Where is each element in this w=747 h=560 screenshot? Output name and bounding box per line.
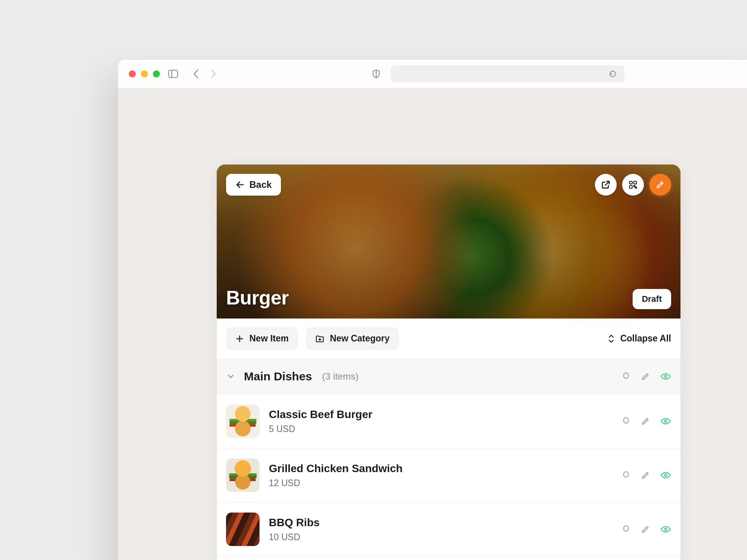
item-thumbnail: [226, 404, 260, 438]
chevrons-vertical-icon: [608, 334, 615, 343]
svg-rect-4: [630, 181, 632, 184]
back-button[interactable]: Back: [226, 174, 281, 196]
address-bar-area: [227, 65, 747, 82]
drag-handle-icon[interactable]: [621, 525, 631, 534]
browser-viewport: Back: [118, 88, 747, 560]
category-name: Main Dishes: [244, 370, 312, 383]
navigation-arrows: [190, 68, 219, 79]
new-category-label: New Category: [330, 333, 389, 344]
edit-item-icon[interactable]: [641, 471, 650, 480]
item-name: Grilled Chicken Sandwich: [269, 462, 403, 475]
item-thumbnail: [226, 458, 260, 492]
menu-item-row[interactable]: Classic Beef Burger 5 USD: [217, 394, 680, 448]
item-price: 12 USD: [269, 478, 403, 488]
svg-rect-7: [634, 186, 635, 187]
arrow-left-icon: [235, 180, 245, 189]
category-header: Main Dishes (3 items): [217, 359, 680, 394]
nav-forward-icon[interactable]: [208, 68, 219, 79]
menu-editor-card: Back: [217, 164, 680, 560]
category-actions: [621, 372, 671, 381]
menu-hero: Back: [217, 164, 680, 318]
item-actions: [621, 416, 671, 426]
hero-actions: [595, 174, 671, 196]
svg-rect-6: [630, 186, 632, 188]
window-zoom-button[interactable]: [153, 70, 160, 77]
reload-icon[interactable]: [607, 68, 618, 79]
item-thumbnail: [226, 513, 260, 546]
address-bar[interactable]: [391, 65, 624, 82]
drag-handle-icon[interactable]: [621, 416, 631, 426]
svg-rect-8: [635, 187, 637, 188]
item-name: Classic Beef Burger: [269, 408, 372, 421]
category-item-count: (3 items): [322, 371, 358, 382]
svg-point-13: [665, 375, 667, 378]
chevron-down-icon[interactable]: [226, 372, 235, 381]
menu-toolbar: New Item New Category Collapse All: [217, 318, 680, 359]
drag-handle-icon[interactable]: [621, 372, 631, 381]
edit-category-icon[interactable]: [641, 372, 650, 381]
window-controls: [129, 70, 160, 77]
external-link-icon: [601, 180, 611, 190]
menu-item-row[interactable]: BBQ Ribs 10 USD: [217, 502, 680, 556]
open-external-button[interactable]: [595, 174, 617, 196]
sidebar-toggle-icon[interactable]: [168, 68, 179, 79]
folder-plus-icon: [315, 334, 324, 343]
item-actions: [621, 471, 671, 480]
svg-point-14: [665, 420, 667, 422]
new-item-label: New Item: [249, 333, 289, 344]
edit-item-icon[interactable]: [641, 525, 650, 534]
drag-handle-icon[interactable]: [621, 471, 631, 480]
window-minimize-button[interactable]: [141, 70, 148, 77]
visibility-icon[interactable]: [660, 372, 671, 381]
item-actions: [621, 525, 671, 534]
svg-point-16: [665, 528, 667, 530]
nav-back-icon[interactable]: [190, 68, 201, 79]
item-price: 10 USD: [269, 532, 320, 542]
collapse-all-label: Collapse All: [620, 333, 671, 344]
visibility-icon[interactable]: [660, 525, 671, 534]
item-price: 5 USD: [269, 424, 372, 434]
plus-icon: [235, 334, 244, 343]
menu-title: Burger: [226, 287, 289, 309]
new-item-button[interactable]: New Item: [226, 327, 298, 350]
browser-toolbar: [118, 60, 747, 88]
qr-code-icon: [628, 180, 638, 189]
svg-rect-0: [169, 70, 178, 77]
qr-code-button[interactable]: [622, 174, 644, 196]
item-name: BBQ Ribs: [269, 516, 320, 529]
edit-menu-button[interactable]: [649, 174, 671, 196]
back-button-label: Back: [249, 179, 272, 190]
browser-window: Back: [118, 60, 747, 560]
visibility-icon[interactable]: [660, 471, 671, 480]
collapse-all-button[interactable]: Collapse All: [608, 333, 671, 344]
edit-item-icon[interactable]: [641, 416, 650, 426]
privacy-shield-icon[interactable]: [371, 68, 382, 79]
visibility-icon[interactable]: [660, 416, 671, 426]
menu-status-badge: Draft: [633, 289, 671, 309]
menu-item-row[interactable]: Grilled Chicken Sandwich 12 USD: [217, 448, 680, 502]
svg-point-15: [665, 474, 667, 476]
pencil-icon: [656, 180, 665, 189]
svg-rect-5: [634, 181, 637, 184]
window-close-button[interactable]: [129, 70, 136, 77]
new-category-button[interactable]: New Category: [306, 327, 399, 350]
